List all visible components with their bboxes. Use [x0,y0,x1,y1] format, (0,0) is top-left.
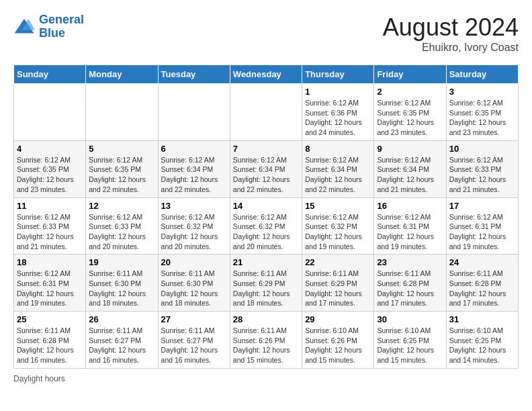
calendar-cell: 29Sunrise: 6:10 AM Sunset: 6:26 PM Dayli… [302,312,374,369]
calendar-cell: 7Sunrise: 6:12 AM Sunset: 6:34 PM Daylig… [230,140,302,197]
calendar-cell: 30Sunrise: 6:10 AM Sunset: 6:25 PM Dayli… [374,312,446,369]
daylight-label: Daylight hours [13,374,65,383]
day-info: Sunrise: 6:12 AM Sunset: 6:35 PM Dayligh… [377,98,443,138]
day-number: 21 [233,257,299,267]
day-info: Sunrise: 6:12 AM Sunset: 6:34 PM Dayligh… [305,155,371,195]
day-info: Sunrise: 6:11 AM Sunset: 6:30 PM Dayligh… [89,269,154,308]
day-info: Sunrise: 6:12 AM Sunset: 6:31 PM Dayligh… [377,212,443,252]
page-header: General Blue August 2024 Ehuikro, Ivory … [13,13,519,54]
calendar-cell [230,84,302,141]
day-number: 13 [161,201,227,211]
day-number: 15 [305,201,371,211]
calendar-cell: 17Sunrise: 6:12 AM Sunset: 6:31 PM Dayli… [446,197,518,255]
day-number: 26 [89,314,154,324]
calendar-cell: 14Sunrise: 6:12 AM Sunset: 6:32 PM Dayli… [230,197,302,255]
dow-header-thursday: Thursday [302,65,374,84]
calendar-week-0: 1Sunrise: 6:12 AM Sunset: 6:36 PM Daylig… [14,84,519,141]
day-info: Sunrise: 6:11 AM Sunset: 6:28 PM Dayligh… [17,326,83,365]
calendar-cell: 26Sunrise: 6:11 AM Sunset: 6:27 PM Dayli… [86,312,158,369]
calendar-cell: 16Sunrise: 6:12 AM Sunset: 6:31 PM Dayli… [374,197,446,255]
calendar-body: 1Sunrise: 6:12 AM Sunset: 6:36 PM Daylig… [14,84,519,369]
title-block: August 2024 Ehuikro, Ivory Coast [383,13,519,54]
day-number: 19 [89,257,154,267]
dow-header-friday: Friday [374,65,446,84]
calendar-cell: 24Sunrise: 6:11 AM Sunset: 6:28 PM Dayli… [446,255,518,312]
dow-header-tuesday: Tuesday [158,65,230,84]
day-info: Sunrise: 6:11 AM Sunset: 6:28 PM Dayligh… [377,269,443,308]
calendar-cell: 5Sunrise: 6:12 AM Sunset: 6:35 PM Daylig… [86,140,158,197]
day-info: Sunrise: 6:12 AM Sunset: 6:31 PM Dayligh… [449,212,515,252]
calendar-cell: 23Sunrise: 6:11 AM Sunset: 6:28 PM Dayli… [374,255,446,312]
day-info: Sunrise: 6:12 AM Sunset: 6:33 PM Dayligh… [449,155,515,195]
day-number: 1 [305,87,371,97]
calendar-cell: 27Sunrise: 6:11 AM Sunset: 6:27 PM Dayli… [158,312,230,369]
day-number: 24 [449,257,515,267]
calendar-cell: 9Sunrise: 6:12 AM Sunset: 6:34 PM Daylig… [374,140,446,197]
calendar-cell [14,84,86,141]
calendar-cell: 8Sunrise: 6:12 AM Sunset: 6:34 PM Daylig… [302,140,374,197]
day-info: Sunrise: 6:12 AM Sunset: 6:33 PM Dayligh… [89,212,154,252]
day-info: Sunrise: 6:10 AM Sunset: 6:25 PM Dayligh… [449,326,515,365]
logo: General Blue [13,13,84,40]
day-info: Sunrise: 6:12 AM Sunset: 6:36 PM Dayligh… [305,98,371,138]
day-info: Sunrise: 6:12 AM Sunset: 6:33 PM Dayligh… [17,212,83,252]
day-info: Sunrise: 6:10 AM Sunset: 6:26 PM Dayligh… [305,326,371,365]
day-info: Sunrise: 6:12 AM Sunset: 6:32 PM Dayligh… [161,212,227,252]
calendar-cell: 18Sunrise: 6:12 AM Sunset: 6:31 PM Dayli… [14,255,86,312]
day-number: 30 [377,314,443,324]
calendar-cell: 31Sunrise: 6:10 AM Sunset: 6:25 PM Dayli… [446,312,518,369]
day-info: Sunrise: 6:11 AM Sunset: 6:30 PM Dayligh… [161,269,227,308]
day-number: 27 [161,314,227,324]
calendar-cell: 3Sunrise: 6:12 AM Sunset: 6:35 PM Daylig… [446,84,518,141]
day-info: Sunrise: 6:12 AM Sunset: 6:35 PM Dayligh… [89,155,154,195]
day-number: 9 [377,144,443,154]
day-number: 17 [449,201,515,211]
day-info: Sunrise: 6:12 AM Sunset: 6:31 PM Dayligh… [17,269,83,308]
day-info: Sunrise: 6:11 AM Sunset: 6:29 PM Dayligh… [305,269,371,308]
day-info: Sunrise: 6:10 AM Sunset: 6:25 PM Dayligh… [377,326,443,365]
calendar-week-2: 11Sunrise: 6:12 AM Sunset: 6:33 PM Dayli… [14,197,519,255]
day-info: Sunrise: 6:12 AM Sunset: 6:35 PM Dayligh… [449,98,515,138]
day-info: Sunrise: 6:12 AM Sunset: 6:34 PM Dayligh… [377,155,443,195]
day-number: 11 [17,201,83,211]
logo-icon [13,16,35,38]
day-info: Sunrise: 6:12 AM Sunset: 6:34 PM Dayligh… [161,155,227,195]
day-info: Sunrise: 6:12 AM Sunset: 6:35 PM Dayligh… [17,155,83,195]
day-number: 23 [377,257,443,267]
day-number: 25 [17,314,83,324]
calendar-cell: 20Sunrise: 6:11 AM Sunset: 6:30 PM Dayli… [158,255,230,312]
calendar-cell: 6Sunrise: 6:12 AM Sunset: 6:34 PM Daylig… [158,140,230,197]
day-number: 5 [89,144,154,154]
calendar-week-3: 18Sunrise: 6:12 AM Sunset: 6:31 PM Dayli… [14,255,519,312]
day-info: Sunrise: 6:11 AM Sunset: 6:27 PM Dayligh… [161,326,227,365]
day-info: Sunrise: 6:12 AM Sunset: 6:34 PM Dayligh… [233,155,299,195]
day-number: 22 [305,257,371,267]
calendar-cell: 10Sunrise: 6:12 AM Sunset: 6:33 PM Dayli… [446,140,518,197]
day-info: Sunrise: 6:12 AM Sunset: 6:32 PM Dayligh… [305,212,371,252]
day-number: 31 [449,314,515,324]
calendar-cell: 2Sunrise: 6:12 AM Sunset: 6:35 PM Daylig… [374,84,446,141]
day-number: 6 [161,144,227,154]
day-number: 2 [377,87,443,97]
day-info: Sunrise: 6:12 AM Sunset: 6:32 PM Dayligh… [233,212,299,252]
dow-header-wednesday: Wednesday [230,65,302,84]
day-number: 8 [305,144,371,154]
day-number: 14 [233,201,299,211]
calendar-cell: 11Sunrise: 6:12 AM Sunset: 6:33 PM Dayli… [14,197,86,255]
day-number: 10 [449,144,515,154]
calendar-footer: Daylight hours [13,374,519,383]
day-number: 3 [449,87,515,97]
calendar-cell: 1Sunrise: 6:12 AM Sunset: 6:36 PM Daylig… [302,84,374,141]
day-number: 28 [233,314,299,324]
day-info: Sunrise: 6:11 AM Sunset: 6:26 PM Dayligh… [233,326,299,365]
logo-text: General Blue [39,13,84,40]
calendar-subtitle: Ehuikro, Ivory Coast [383,42,519,54]
day-number: 12 [89,201,154,211]
calendar-cell: 19Sunrise: 6:11 AM Sunset: 6:30 PM Dayli… [86,255,158,312]
day-info: Sunrise: 6:11 AM Sunset: 6:29 PM Dayligh… [233,269,299,308]
day-number: 4 [17,144,83,154]
calendar-title: August 2024 [383,13,519,42]
calendar-cell: 22Sunrise: 6:11 AM Sunset: 6:29 PM Dayli… [302,255,374,312]
calendar-cell: 13Sunrise: 6:12 AM Sunset: 6:32 PM Dayli… [158,197,230,255]
dow-header-sunday: Sunday [14,65,86,84]
